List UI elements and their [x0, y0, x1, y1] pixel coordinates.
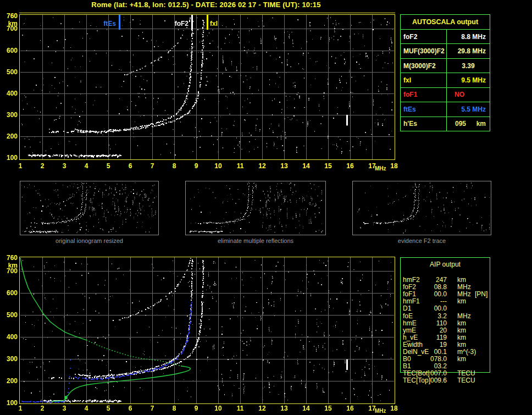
- autoscala-row-foF1: foF1NO: [401, 88, 490, 102]
- x-tick-16: 16: [343, 162, 357, 170]
- thumbnail-caption-no-multiples: eliminate multiple reflections: [185, 237, 326, 244]
- autoscala-label-foF1: foF1: [401, 88, 446, 102]
- thumbnail-caption-f2-trace: evidence F2 trace: [352, 237, 491, 244]
- y-tick-600: 600: [0, 47, 18, 54]
- aip-v-foF2: 08.8: [420, 284, 447, 291]
- aip-row-hmF2: hmF2247km: [400, 276, 490, 284]
- y-axis-unit: km: [0, 262, 18, 269]
- aip-v-TEC[Bot]: 007.0: [420, 370, 447, 377]
- aip-v-h_vE: 119: [420, 334, 447, 341]
- autoscala-row-foF2: foF28.8 MHz: [401, 30, 490, 44]
- aip-n-hmE: hmE: [403, 320, 417, 327]
- top-x-unit: MHz: [375, 165, 386, 171]
- autoscala-label-MUF(3000)F2: MUF(3000)F2: [401, 44, 446, 58]
- autoscala-value-unit: km: [476, 120, 486, 128]
- aip-n-hmF2: hmF2: [403, 276, 420, 284]
- x-tick-10: 10: [212, 162, 225, 170]
- x-tick-14: 14: [300, 405, 313, 412]
- aip-v-TEC[Top]: 009.6: [420, 377, 447, 384]
- x-tick-6: 6: [124, 405, 137, 412]
- x-tick-5: 5: [102, 405, 115, 412]
- aip-u-DelN_vE: m^(-3): [457, 348, 476, 356]
- autoscala-value-MUF(3000)F2: 29.8 MHz: [446, 44, 490, 58]
- x-tick-10: 10: [212, 405, 225, 412]
- autoscala-value-M(3000)F2: 3.39: [446, 59, 490, 73]
- autoscala-value-h'Es: 095km: [446, 117, 490, 131]
- aip-u-foF2: MHz: [457, 284, 471, 291]
- aip-v-foE: 3.2: [420, 313, 447, 320]
- aip-row-foE: foE3.2MHz: [400, 313, 490, 320]
- autoscala-row-fxI: fxI9.5 MHz: [401, 73, 490, 87]
- autoscala-label-h'Es: h'Es: [401, 117, 446, 131]
- x-tick-4: 4: [80, 405, 93, 412]
- aip-n-D1: D1: [403, 305, 411, 312]
- y-tick-300: 300: [0, 111, 18, 119]
- aip-row-DelN_vE: DelN_vE00.1m^(-3): [400, 348, 490, 356]
- x-tick-8: 8: [168, 405, 181, 412]
- aip-row-Ewidth: Ewidth19km: [400, 341, 490, 348]
- thumbnail-original-ionogram: [20, 181, 159, 235]
- aip-u-foE: MHz: [457, 313, 471, 320]
- aip-u-foF1: MHz: [457, 291, 471, 298]
- autoscala-screen: Rome (lat: +41.8, lon: 012.5) - DATE: 20…: [0, 0, 532, 415]
- x-tick-1: 1: [14, 162, 27, 170]
- aip-u-hmF2: km: [457, 276, 466, 284]
- aip-n-h_vE: h_vE: [403, 334, 418, 341]
- x-tick-14: 14: [300, 162, 313, 170]
- aip-n-B1: B1: [403, 363, 411, 370]
- thumbnail-no-multiples-canvas: [186, 181, 325, 235]
- x-tick-11: 11: [234, 162, 247, 170]
- y-axis-unit: km: [0, 20, 18, 27]
- x-tick-2: 2: [36, 162, 49, 170]
- aip-v-foF1: 00.0: [420, 291, 447, 298]
- y-tick-200: 200: [0, 377, 18, 385]
- aip-row-B1: B103.2: [400, 363, 490, 370]
- y-tick-300: 300: [0, 355, 18, 363]
- y-tick-500: 500: [0, 68, 18, 76]
- y-tick-100: 100: [0, 154, 18, 162]
- aip-row-h_vE: h_vE119km: [400, 334, 490, 341]
- aip-u-TEC[Top]: TECU: [457, 377, 475, 384]
- x-tick-4: 4: [80, 162, 93, 170]
- y-tick-500: 500: [0, 311, 18, 319]
- aip-row-foF1: foF100.0MHz[PN]: [400, 291, 490, 298]
- station-title: Rome (lat: +41.8, lon: 012.5) - DATE: 20…: [16, 1, 396, 9]
- aip-v-ymE: 20: [420, 327, 447, 334]
- aip-u-TEC[Bot]: TECU: [457, 370, 475, 377]
- aip-v-hmF1: ---: [420, 298, 447, 305]
- aip-row-hmE: hmE110km: [400, 320, 490, 327]
- autoscala-row-MUF(3000)F2: MUF(3000)F229.8 MHz: [401, 44, 490, 58]
- x-tick-12: 12: [256, 405, 269, 412]
- autoscala-label-foF2: foF2: [401, 30, 446, 43]
- aip-output-table: AIP output hmF2247kmfoF208.8MHzfoF100.0M…: [400, 257, 490, 387]
- aip-u-h_vE: km: [457, 334, 466, 341]
- x-tick-7: 7: [146, 405, 159, 412]
- top-ionogram-canvas: [19, 13, 395, 162]
- x-tick-5: 5: [102, 162, 115, 170]
- autoscala-value-foF2: 8.8 MHz: [446, 30, 490, 43]
- x-tick-18: 18: [387, 162, 401, 170]
- aip-e-foF1: [PN]: [475, 291, 487, 298]
- aip-row-B0: B0078.0km: [400, 356, 490, 363]
- x-tick-13: 13: [278, 162, 291, 170]
- y-tick-400: 400: [0, 90, 18, 97]
- aip-row-hmF1: hmF1---km: [400, 298, 490, 305]
- aip-u-ymE: km: [457, 327, 466, 334]
- autoscala-row-M(3000)F2: M(3000)F23.39: [401, 59, 490, 73]
- autoscala-value-foF1: NO: [446, 88, 490, 102]
- aip-v-hmE: 110: [420, 320, 447, 327]
- x-tick-2: 2: [36, 405, 49, 412]
- aip-n-Ewidth: Ewidth: [403, 341, 423, 348]
- x-tick-12: 12: [256, 162, 269, 170]
- autoscala-value-ftEs: 5.5 MHz: [446, 102, 490, 116]
- aip-u-Ewidth: km: [457, 341, 466, 348]
- x-tick-1: 1: [14, 405, 27, 412]
- y-tick-400: 400: [0, 333, 18, 341]
- x-tick-3: 3: [58, 405, 71, 412]
- aip-v-Ewidth: 19: [420, 341, 447, 348]
- x-tick-18: 18: [387, 405, 401, 412]
- aip-row-TEC[Top]: TEC[Top]009.6TECU: [400, 377, 490, 384]
- marker-label-ftEs: ftEs: [92, 20, 116, 27]
- x-tick-15: 15: [322, 162, 335, 170]
- bottom-ionogram-canvas: [19, 256, 395, 405]
